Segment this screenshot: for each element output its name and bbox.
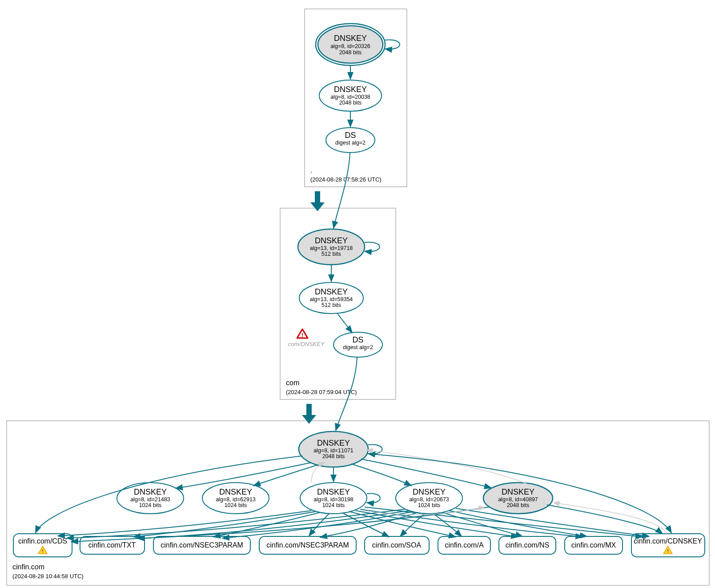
- zsk-c-l2: 1024 bits: [322, 502, 345, 508]
- record-cds-label: cinfin.com/CDS: [18, 537, 67, 545]
- node-root-zsk: DNSKEY alg=8, id=20038 2048 bits: [319, 80, 382, 111]
- node-com-zsk-l1: alg=13, id=59354: [310, 296, 353, 302]
- ksk2-l1: alg=8, id=40897: [498, 496, 538, 503]
- zsk-d-l1: alg=8, id=20673: [409, 496, 449, 503]
- node-cinfin-zsk-b: DNSKEY alg=8, id=62913 1024 bits: [202, 483, 269, 514]
- edge-com-ksk-self: [365, 242, 380, 251]
- zsk-d-title: DNSKEY: [413, 487, 446, 496]
- warning-label-com: com/DNSKEY: [288, 341, 325, 347]
- node-com-ksk: DNSKEY alg=13, id=19718 512 bits: [298, 229, 365, 265]
- zsk-a-l2: 1024 bits: [139, 502, 162, 508]
- edge-com-zsk-ds: [337, 313, 352, 333]
- zsk-d-l2: 1024 bits: [418, 502, 441, 508]
- edge-zsk-c-self: [367, 493, 380, 503]
- record-nsec3b: cinfin.com/NSEC3PARAM: [259, 536, 356, 554]
- node-com-ksk-title: DNSKEY: [315, 236, 348, 245]
- ksk2-l2: 2048 bits: [507, 502, 530, 508]
- node-com-zsk-l2: 512 bits: [321, 302, 341, 308]
- e-ksk2-ksk-light: [367, 450, 529, 485]
- node-cinfin-ksk-l2: 2048 bits: [322, 453, 345, 459]
- edge-cinfin-ksk-self: [368, 444, 382, 454]
- node-root-ds-l1: digest alg=2: [335, 140, 366, 146]
- zone-cinfin-time: (2024-08-28 10:44:58 UTC): [12, 573, 84, 580]
- node-root-ds: DS digest alg=2: [326, 128, 375, 153]
- e-d-txt: [138, 511, 409, 539]
- record-nsec3a-label: cinfin.com/NSEC3PARAM: [161, 541, 243, 549]
- node-root-ksk: DNSKEY alg=8, id=20326 2048 bits: [316, 24, 385, 65]
- node-cinfin-ksk: DNSKEY alg=8, id=11071 2048 bits: [299, 431, 368, 467]
- edge-root-ds-com-ksk: [333, 153, 350, 228]
- e-c-cds: [58, 511, 311, 536]
- edge-root-ksk-self: [385, 40, 400, 49]
- node-com-zsk-title: DNSKEY: [315, 287, 348, 296]
- record-cds: cinfin.com/CDS !: [13, 534, 72, 557]
- node-cinfin-ksk2: DNSKEY alg=8, id=40897 2048 bits: [483, 483, 553, 514]
- node-com-ksk-l1: alg=13, id=19718: [310, 245, 353, 251]
- svg-text:!: !: [301, 332, 303, 338]
- node-cinfin-ksk-title: DNSKEY: [317, 439, 350, 447]
- record-ns-label: cinfin.com/NS: [506, 541, 550, 549]
- zsk-b-title: DNSKEY: [219, 487, 252, 496]
- zone-cinfin-name: cinfin.com: [12, 563, 44, 571]
- node-root-zsk-l2: 2048 bits: [339, 100, 362, 106]
- e-d-ns: [442, 512, 522, 536]
- warning-icon-com: !: [297, 329, 308, 338]
- zone-root-name: .: [310, 166, 312, 174]
- node-root-zsk-l1: alg=8, id=20038: [330, 94, 370, 100]
- node-root-ds-title: DS: [345, 131, 356, 140]
- node-cinfin-zsk-a: DNSKEY alg=8, id=21483 1024 bits: [117, 483, 184, 514]
- zsk-a-title: DNSKEY: [134, 487, 167, 496]
- svg-text:!: !: [667, 548, 668, 554]
- node-root-ksk-l2: 2048 bits: [339, 49, 362, 56]
- svg-text:!: !: [42, 548, 43, 554]
- zsk-a-l1: alg=8, id=21483: [130, 496, 170, 503]
- node-cinfin-zsk-c: DNSKEY alg=8, id=30198 1024 bits: [300, 483, 367, 514]
- zsk-b-l1: alg=8, id=62913: [216, 496, 256, 503]
- record-cdnskey-label: cinfin.com/CDNSKEY: [634, 537, 702, 545]
- record-soa: cinfin.com/SOA: [365, 536, 429, 554]
- node-com-ds: DS digest alg=2: [333, 332, 382, 357]
- node-cinfin-zsk-d: DNSKEY alg=8, id=20673 1024 bits: [396, 483, 462, 514]
- node-root-zsk-title: DNSKEY: [334, 85, 367, 94]
- node-com-zsk: DNSKEY alg=13, id=59354 512 bits: [299, 282, 363, 314]
- record-a: cinfin.com/A: [438, 536, 490, 554]
- e-c-n3b: [309, 514, 329, 536]
- zsk-c-l1: alg=8, id=30198: [313, 496, 353, 503]
- zsk-c-title: DNSKEY: [317, 487, 350, 496]
- record-soa-label: cinfin.com/SOA: [372, 541, 422, 549]
- zone-com-name: com: [286, 379, 299, 387]
- record-nsec3a: cinfin.com/NSEC3PARAM: [153, 536, 250, 554]
- zsk-b-l2: 1024 bits: [225, 502, 247, 508]
- node-com-ksk-l2: 512 bits: [321, 251, 341, 257]
- e-ksk2-cdn: [547, 505, 663, 534]
- record-mx: cinfin.com/MX: [565, 536, 623, 554]
- node-cinfin-ksk-l1: alg=8, id=11071: [313, 447, 353, 454]
- node-com-ds-title: DS: [352, 335, 363, 344]
- node-root-ksk-title: DNSKEY: [334, 34, 367, 43]
- node-root-ksk-l1: alg=8, id=20326: [330, 43, 370, 49]
- zone-com-time: (2024-08-28 07:59:04 UTC): [286, 389, 357, 395]
- record-txt-label: cinfin.com/TXT: [88, 541, 136, 549]
- node-com-ds-l1: digest alg=2: [343, 344, 373, 350]
- record-mx-label: cinfin.com/MX: [571, 541, 616, 549]
- record-a-label: cinfin.com/A: [445, 541, 483, 549]
- record-ns: cinfin.com/NS: [499, 536, 556, 554]
- ksk2-title: DNSKEY: [502, 487, 534, 496]
- record-nsec3b-label: cinfin.com/NSEC3PARAM: [266, 541, 349, 549]
